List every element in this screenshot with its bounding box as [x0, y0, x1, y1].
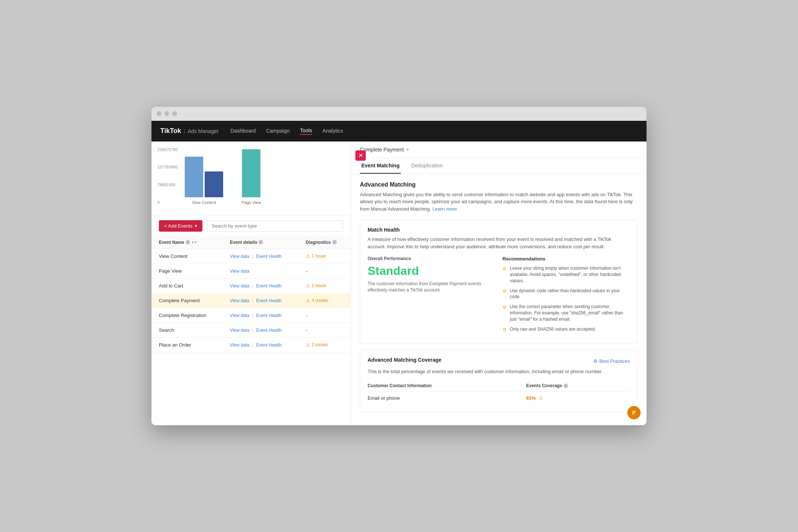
coverage-title: Advanced Matching Coverage	[368, 357, 441, 363]
issue-badge: ⚠ 1 Issue	[306, 283, 343, 289]
event-name-cell: View Content	[151, 249, 222, 263]
main-area: 236675700 157783800 78891900 0 View Cont…	[151, 141, 647, 426]
warn-icon: ⚠	[306, 253, 310, 259]
view-data-link[interactable]: View data	[230, 269, 249, 274]
coverage-warn-icon: ⚠	[539, 395, 543, 401]
event-name-cell: Page View	[151, 263, 222, 278]
event-health-link[interactable]: Event Health	[256, 328, 282, 333]
diagnostics-cell: ⚠ 2 issues	[299, 337, 351, 352]
issue-badge: ⚠ 4 issues	[306, 298, 343, 303]
nav-analytics[interactable]: Analytics	[323, 128, 343, 134]
tab-event-matching[interactable]: Event Matching	[360, 158, 401, 174]
best-practices-link[interactable]: ⚙ Best Practices	[593, 358, 630, 364]
match-health-desc: A measure of how effectively customer in…	[368, 236, 630, 250]
tab-deduplication[interactable]: Deduplication	[410, 158, 444, 174]
diagnostics-cell: -	[299, 308, 351, 323]
event-health-link[interactable]: Event Health	[256, 313, 282, 318]
left-panel: 236675700 157783800 78891900 0 View Cont…	[151, 141, 351, 426]
rec-item-2: ⚙ Use the correct parameter when sending…	[502, 304, 630, 322]
brand-sub: Ads Manager	[188, 128, 218, 134]
view-data-link[interactable]: View data	[230, 283, 249, 289]
view-data-link[interactable]: View data	[230, 298, 249, 303]
event-health-link[interactable]: Event Health	[256, 254, 282, 259]
right-panel: ✕ Complete Payment ▾ Event Matching Dedu…	[351, 141, 647, 426]
table-controls: + Add Events ▾	[151, 215, 351, 236]
best-practices-icon: ⚙	[593, 358, 598, 364]
search-input[interactable]	[207, 220, 343, 232]
view-data-link[interactable]: View data	[230, 313, 249, 318]
table-row: Complete Payment View data | Event Healt…	[151, 293, 351, 308]
bar-group-view-content: View Content	[185, 157, 223, 205]
view-data-link[interactable]: View data	[230, 342, 249, 348]
event-details-cell: View data | Event Health	[222, 249, 298, 263]
issue-count: 4 issues	[312, 298, 328, 303]
minimize-btn[interactable]	[164, 111, 169, 116]
table-header-row: Event Name i ▲▼ Event details i	[151, 236, 351, 249]
diagnostics-cell: -	[299, 263, 351, 278]
diagnostics-cell: ⚠ 1 Issue	[299, 278, 351, 293]
coverage-desc: This is the total percentage of events w…	[368, 368, 630, 375]
table-row: Add to Cart View data | Event Health ⚠ 1…	[151, 278, 351, 293]
bar-group-page-view: Page View	[242, 149, 261, 205]
maximize-btn[interactable]	[172, 111, 177, 116]
rec-icon-2: ⚙	[502, 304, 507, 322]
event-health-link[interactable]: Event Health	[256, 298, 282, 303]
issue-badge: ⚠ 2 issues	[306, 342, 343, 348]
event-health-link[interactable]: Event Health	[256, 283, 282, 289]
right-panel-header: Complete Payment ▾	[351, 141, 647, 158]
learn-more-link[interactable]: Learn more	[433, 206, 457, 212]
overall-performance-label: Overall Performance	[368, 256, 495, 261]
diagnostics-cell: ⚠ 1 Issue	[299, 249, 351, 263]
recommendations-title: Recommendations	[502, 256, 630, 262]
table-row: View Content View data | Event Health ⚠ …	[151, 249, 351, 263]
rec-item-3: ⚙ Only raw and SHA256 values are accepte…	[502, 326, 630, 333]
issue-count: 1 Issue	[312, 253, 326, 259]
event-details-info-icon: i	[258, 240, 263, 245]
selected-event-name: Complete Payment	[360, 147, 404, 153]
issue-badge: ⚠ 1 Issue	[306, 253, 343, 259]
coverage-header: Advanced Matching Coverage ⚙ Best Practi…	[368, 357, 630, 366]
event-name-cell: Add to Cart	[151, 278, 222, 293]
sort-icon[interactable]: ▲▼	[191, 241, 197, 244]
warn-icon: ⚠	[306, 298, 310, 303]
coverage-pct: 83%	[526, 395, 536, 401]
bar-teal	[242, 149, 260, 197]
events-coverage-info-icon: i	[563, 383, 568, 388]
view-data-link[interactable]: View data	[230, 254, 249, 259]
chart-area: 236675700 157783800 78891900 0 View Cont…	[151, 141, 351, 215]
nav-campaign[interactable]: Campaign	[266, 128, 290, 134]
performance-col: Overall Performance Standard The custome…	[368, 256, 495, 337]
th-events-coverage: Events Coverage i	[526, 380, 630, 392]
add-events-button[interactable]: + Add Events ▾	[159, 220, 202, 232]
advanced-matching-title: Advanced Matching	[360, 181, 638, 188]
nav-tools[interactable]: Tools	[300, 127, 312, 135]
table-row: Search View data | Event Health -	[151, 323, 351, 337]
y-label-0: 236675700	[157, 147, 178, 152]
view-data-link[interactable]: View data	[230, 328, 249, 333]
brand-logo: TikTok: Ads Manager	[160, 127, 219, 135]
coverage-value-cell: 83% ⚠	[526, 392, 630, 405]
recommendations-col: Recommendations ⚙ Leave your string empt…	[502, 256, 630, 337]
event-name-cell: Place an Order	[151, 337, 222, 352]
event-name-info-icon: i	[185, 240, 190, 245]
event-dropdown-arrow[interactable]: ▾	[407, 147, 409, 151]
performance-rating: Standard	[368, 264, 495, 278]
event-details-cell: View data | Event Health	[222, 293, 298, 308]
event-name-cell: Complete Registration	[151, 308, 222, 323]
bar-inner-2	[242, 149, 260, 197]
nav-dashboard[interactable]: Dashboard	[231, 128, 256, 134]
issue-count: 2 issues	[312, 342, 328, 347]
rec-icon-3: ⚙	[502, 327, 507, 333]
close-btn[interactable]	[157, 111, 161, 116]
y-label-3: 0	[157, 200, 178, 205]
tabs: Event Matching Deduplication	[351, 158, 647, 174]
top-nav: TikTok: Ads Manager Dashboard Campaign T…	[151, 121, 647, 141]
event-health-link[interactable]: Event Health	[256, 342, 282, 348]
bar-blue-dark	[205, 171, 223, 197]
close-panel-button[interactable]: ✕	[355, 150, 366, 161]
rec-item-0: ⚙ Leave your string empty when customer …	[502, 265, 630, 284]
event-details-cell: View data	[222, 263, 298, 278]
th-diagnostics: Diagnostics i	[299, 236, 351, 249]
performance-subdesc: The customer information from Complete P…	[368, 281, 495, 293]
th-contact-info: Customer Contact Information	[368, 380, 526, 392]
